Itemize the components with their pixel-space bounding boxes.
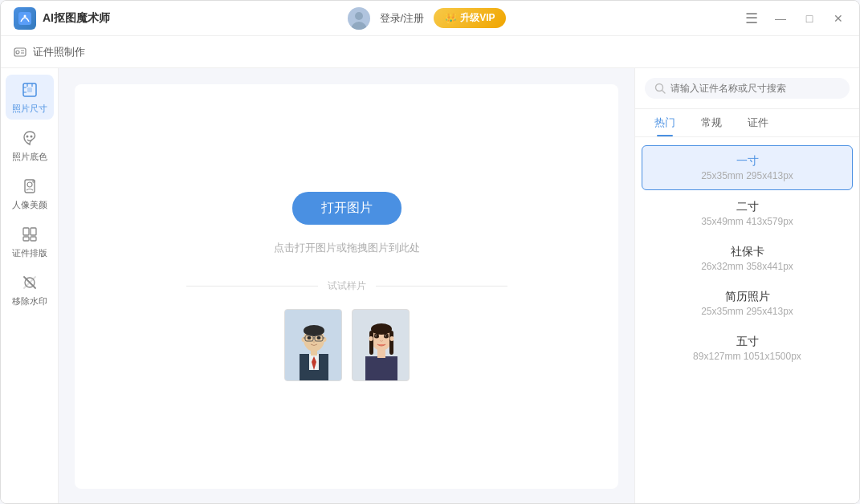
svg-rect-13 <box>27 87 32 92</box>
size-dims-jian-li: 25x35mm 295x413px <box>654 306 840 317</box>
tool-photo-size-label: 照片尺寸 <box>12 103 47 115</box>
app-logo <box>14 7 36 30</box>
menu-icon[interactable]: ☰ <box>744 10 760 26</box>
login-btn[interactable]: 登录/注册 <box>380 11 425 26</box>
size-name-jian-li: 简历照片 <box>654 290 840 304</box>
svg-line-55 <box>662 91 666 94</box>
canvas-area: 打开图片 点击打开图片或拖拽图片到此处 试试样片 <box>59 68 634 504</box>
tool-remove-watermark[interactable]: 移除水印 <box>6 267 54 312</box>
sample-images-row <box>284 309 410 381</box>
size-dims-wu-cun: 89x127mm 1051x1500px <box>654 351 840 362</box>
svg-point-31 <box>304 325 324 336</box>
minimize-button[interactable]: — <box>772 10 789 26</box>
tool-photo-color[interactable]: 照片底色 <box>6 123 54 168</box>
search-icon <box>654 83 666 94</box>
main-layout: 照片尺寸 照片底色 <box>1 68 859 504</box>
size-name-yi-cun: 一寸 <box>655 154 839 169</box>
svg-rect-0 <box>18 12 31 25</box>
maximize-button[interactable]: □ <box>801 10 817 26</box>
svg-point-15 <box>30 135 32 137</box>
app-title: AI抠图魔术师 <box>43 11 110 26</box>
svg-point-1 <box>24 14 26 17</box>
svg-point-34 <box>307 336 311 339</box>
size-dims-yi-cun: 25x35mm 295x413px <box>655 170 839 181</box>
remove-watermark-icon <box>20 273 39 292</box>
title-bar-center: 登录/注册 👑 升级VIP <box>348 7 507 30</box>
tool-beauty[interactable]: 人像美颜 <box>6 171 54 216</box>
svg-point-14 <box>26 135 28 137</box>
svg-point-48 <box>369 336 373 341</box>
id-card-icon <box>14 46 26 59</box>
tool-photo-color-label: 照片底色 <box>12 151 47 163</box>
search-input-wrap <box>645 78 850 99</box>
canvas-hint-text: 点击打开图片或拖拽图片到此处 <box>274 241 420 255</box>
svg-rect-46 <box>369 331 373 355</box>
svg-rect-22 <box>23 237 29 241</box>
title-bar-right: ☰ — □ ✕ <box>744 10 846 26</box>
vip-button[interactable]: 👑 升级VIP <box>434 8 506 28</box>
user-avatar <box>348 7 370 30</box>
svg-point-17 <box>27 182 32 187</box>
sample-divider: 试试样片 <box>186 279 507 293</box>
svg-rect-42 <box>365 356 397 381</box>
tool-sidebar: 照片尺寸 照片底色 <box>1 68 59 504</box>
close-button[interactable]: ✕ <box>830 10 846 26</box>
svg-point-52 <box>375 335 377 337</box>
size-item-she-bao-ka[interactable]: 社保卡 26x32mm 358x441px <box>642 237 853 280</box>
title-bar-left: AI抠图魔术师 <box>14 7 110 30</box>
tab-id[interactable]: 证件 <box>738 109 778 136</box>
title-bar: AI抠图魔术师 登录/注册 👑 升级VIP ☰ — □ ✕ <box>1 1 859 36</box>
tool-beauty-label: 人像美颜 <box>12 199 47 211</box>
photo-size-icon <box>20 80 39 100</box>
right-panel: 热门 常规 证件 一寸 25x35mm 295x413px 二寸 35x49mm… <box>634 68 859 504</box>
search-input[interactable] <box>670 83 840 94</box>
tab-hot[interactable]: 热门 <box>645 109 685 136</box>
photo-color-icon <box>20 128 39 148</box>
tool-id-layout[interactable]: 证件排版 <box>6 219 54 264</box>
size-name-wu-cun: 五寸 <box>654 335 840 349</box>
size-name-she-bao-ka: 社保卡 <box>654 245 840 259</box>
svg-point-45 <box>371 323 392 335</box>
sample-image-female[interactable] <box>352 309 410 381</box>
id-layout-icon <box>20 225 39 244</box>
size-item-wu-cun[interactable]: 五寸 89x127mm 1051x1500px <box>642 327 853 370</box>
size-dims-she-bao-ka: 26x32mm 358x441px <box>654 261 840 272</box>
svg-rect-23 <box>31 237 36 241</box>
svg-rect-47 <box>389 331 393 355</box>
beauty-icon <box>20 177 39 196</box>
size-dims-er-cun: 35x49mm 413x579px <box>654 216 840 227</box>
tool-id-layout-label: 证件排版 <box>12 247 47 259</box>
size-item-yi-cun[interactable]: 一寸 25x35mm 295x413px <box>642 145 853 190</box>
tool-remove-watermark-label: 移除水印 <box>12 295 47 307</box>
size-list: 一寸 25x35mm 295x413px 二寸 35x49mm 413x579p… <box>635 137 859 504</box>
svg-point-5 <box>16 51 19 54</box>
svg-point-35 <box>316 336 320 339</box>
search-bar <box>635 68 859 109</box>
tabs-row: 热门 常规 证件 <box>635 109 859 137</box>
size-name-er-cun: 二寸 <box>654 200 840 214</box>
svg-rect-20 <box>23 228 29 235</box>
size-item-er-cun[interactable]: 二寸 35x49mm 413x579px <box>642 192 853 235</box>
breadcrumb: 证件照制作 <box>1 36 859 68</box>
canvas-container[interactable]: 打开图片 点击打开图片或拖拽图片到此处 试试样片 <box>75 84 618 489</box>
open-image-button[interactable]: 打开图片 <box>292 192 401 225</box>
svg-point-53 <box>385 335 386 337</box>
svg-point-2 <box>351 22 367 30</box>
breadcrumb-text: 证件照制作 <box>33 45 85 59</box>
svg-rect-21 <box>31 228 36 235</box>
svg-point-49 <box>389 336 393 341</box>
sample-label: 试试样片 <box>328 279 366 293</box>
svg-point-3 <box>355 12 363 20</box>
vip-crown-icon: 👑 <box>445 13 457 24</box>
tab-regular[interactable]: 常规 <box>691 109 732 136</box>
size-item-jian-li[interactable]: 简历照片 25x35mm 295x413px <box>642 282 853 325</box>
tool-photo-size[interactable]: 照片尺寸 <box>6 75 54 120</box>
svg-point-50 <box>374 335 379 339</box>
sample-image-male[interactable] <box>284 309 342 381</box>
svg-point-51 <box>384 335 389 339</box>
